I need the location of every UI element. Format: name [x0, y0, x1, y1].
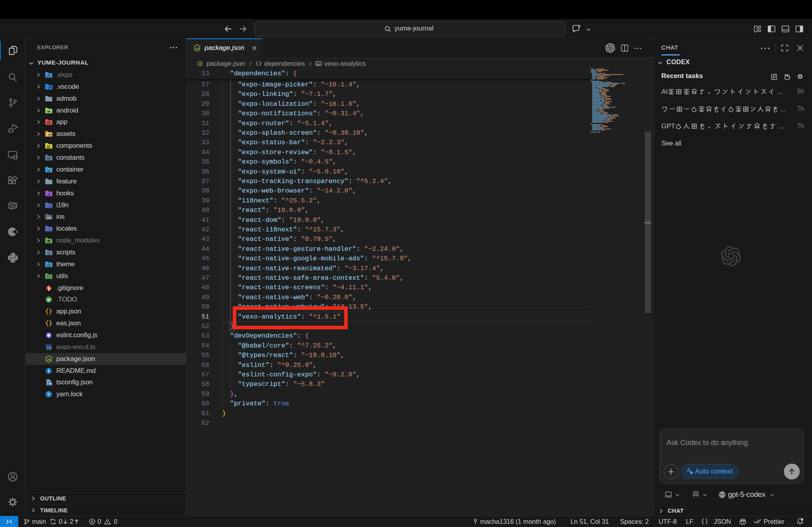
svg-text:JS: JS	[199, 62, 202, 65]
svg-text:abc: abc	[316, 63, 321, 65]
svg-text:JS: JS	[47, 357, 51, 361]
svg-text:TS: TS	[48, 382, 52, 385]
svg-text:iOS: iOS	[47, 217, 51, 219]
svg-text:A: A	[49, 205, 51, 208]
svg-text:JS: JS	[195, 47, 199, 50]
svg-text:A: A	[49, 229, 51, 231]
svg-text:TS: TS	[47, 346, 52, 349]
